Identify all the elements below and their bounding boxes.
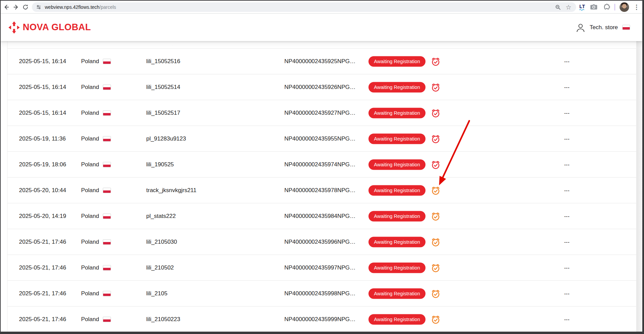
row-date: 2025-05-21, 17:46 — [19, 264, 66, 271]
browser-menu-icon[interactable]: ⋮ — [633, 3, 640, 11]
row-extra-value: --- — [564, 291, 570, 296]
timer-icon[interactable] — [431, 82, 441, 92]
status-badge: Awaiting Registration — [368, 262, 425, 273]
forward-icon[interactable] — [12, 3, 20, 11]
languagetool-extension-icon[interactable]: LT — [579, 4, 585, 11]
status-badge: Awaiting Registration — [368, 133, 425, 144]
row-parcel-name: track_jksnvkgjrs211 — [146, 187, 196, 194]
timer-icon[interactable] — [431, 237, 441, 247]
site-settings-icon[interactable] — [36, 4, 41, 10]
row-parcel-name: lili_210502 — [146, 264, 174, 271]
row-tracking-number: NP40000002435999NPG… — [284, 316, 356, 323]
row-date: 2025-05-15, 16:14 — [19, 58, 66, 65]
timer-icon[interactable] — [431, 263, 441, 273]
timer-icon[interactable] — [431, 56, 441, 67]
profile-avatar[interactable] — [620, 2, 629, 12]
row-parcel-name: lili_190525 — [146, 161, 174, 168]
row-country: Poland — [81, 110, 99, 116]
row-date: 2025-05-20, 10:44 — [19, 187, 66, 194]
table-row[interactable]: 2025-05-21, 17:46 Poland lili_210502 NP4… — [7, 255, 636, 281]
poland-flag-icon — [103, 291, 111, 296]
extensions-puzzle-icon[interactable] — [602, 3, 610, 11]
poland-flag-icon — [103, 110, 111, 116]
row-date: 2025-05-21, 17:46 — [19, 239, 66, 245]
screenshot-camera-icon[interactable] — [590, 4, 598, 11]
account-area[interactable]: Tech. store — [576, 23, 630, 32]
status-badge: Awaiting Registration — [368, 159, 425, 170]
row-date: 2025-05-15, 16:14 — [19, 84, 66, 91]
row-date: 2025-05-20, 14:19 — [19, 213, 66, 220]
status-badge: Awaiting Registration — [368, 211, 425, 221]
timer-icon[interactable] — [431, 289, 441, 299]
row-tracking-number: NP40000002435984NPG… — [284, 213, 356, 220]
row-extra-value: --- — [564, 59, 570, 64]
row-country: Poland — [81, 239, 99, 245]
status-badge: Awaiting Registration — [368, 185, 425, 196]
row-country: Poland — [81, 264, 99, 271]
scrollbar[interactable] — [637, 41, 642, 332]
row-country: Poland — [81, 135, 99, 142]
row-extra-value: --- — [564, 188, 570, 193]
row-date: 2025-05-19, 11:36 — [19, 135, 66, 142]
row-extra-value: --- — [564, 265, 570, 270]
row-extra-value: --- — [564, 110, 570, 115]
row-extra-value: --- — [564, 317, 570, 322]
nova-global-logo-icon — [8, 21, 20, 34]
brand-name: NOVA GLOBAL — [23, 22, 91, 33]
timer-icon[interactable] — [431, 134, 441, 144]
account-label: Tech. store — [590, 24, 618, 31]
toolbar-divider — [614, 4, 615, 11]
table-row[interactable]: 2025-05-15, 16:14 Poland lili_15052516 N… — [7, 49, 636, 74]
table-row[interactable]: 2025-05-21, 17:46 Poland lili_2105 NP400… — [7, 281, 636, 307]
row-tracking-number: NP40000002435955NPG… — [284, 135, 356, 142]
timer-icon[interactable] — [431, 108, 441, 118]
table-row[interactable]: 2025-05-20, 10:44 Poland track_jksnvkgjr… — [7, 178, 636, 203]
row-date: 2025-05-15, 16:14 — [19, 110, 66, 116]
row-parcel-name: pl_91283u9123 — [146, 135, 186, 142]
table-row[interactable]: 2025-05-15, 16:14 Poland lili_15052517 N… — [7, 100, 636, 126]
row-parcel-name: pl_stats222 — [146, 213, 176, 220]
timer-icon[interactable] — [431, 314, 441, 324]
row-tracking-number: NP40000002435998NPG… — [284, 290, 356, 297]
row-parcel-name: lili_21050223 — [146, 316, 180, 323]
user-icon — [576, 23, 585, 32]
row-extra-value: --- — [564, 239, 570, 244]
table-row[interactable]: 2025-05-19, 18:06 Poland lili_190525 NP4… — [7, 152, 636, 178]
url-host: webview.nps.42flows.tech — [45, 4, 99, 10]
url-bar[interactable]: webview.nps.42flows.tech/parcels ☆ — [32, 2, 576, 12]
table-row[interactable]: 2025-05-20, 14:19 Poland pl_stats222 NP4… — [7, 203, 636, 229]
row-date: 2025-05-21, 17:46 — [19, 290, 66, 297]
row-tracking-number: NP40000002435978NPG… — [284, 187, 356, 194]
row-tracking-number: NP40000002435996NPG… — [284, 239, 356, 245]
status-badge: Awaiting Registration — [368, 108, 425, 118]
poland-flag-icon — [103, 188, 111, 193]
table-row[interactable]: 2025-05-19, 11:36 Poland pl_91283u9123 N… — [7, 126, 636, 152]
poland-flag-icon — [103, 265, 111, 271]
row-tracking-number: NP40000002435997NPG… — [284, 264, 356, 271]
timer-icon[interactable] — [431, 211, 441, 221]
parcel-table: 2025-05-15, 16:14 Poland lili_15052516 N… — [7, 41, 637, 332]
reload-icon[interactable] — [22, 3, 29, 11]
table-row[interactable]: 2025-05-15, 16:14 Poland lili_15052514 N… — [7, 74, 636, 100]
back-icon[interactable] — [3, 3, 10, 11]
clipped-row — [7, 41, 636, 49]
row-date: 2025-05-21, 17:46 — [19, 316, 66, 323]
table-row[interactable]: 2025-05-21, 17:46 Poland lili_2105030 NP… — [7, 229, 636, 255]
status-badge: Awaiting Registration — [368, 237, 425, 247]
zoom-icon[interactable] — [555, 4, 561, 10]
row-country: Poland — [81, 213, 99, 220]
row-extra-value: --- — [564, 136, 570, 141]
status-badge: Awaiting Registration — [368, 56, 425, 67]
row-parcel-name: lili_2105 — [146, 290, 167, 297]
window-border-left — [0, 0, 1, 334]
bookmark-star-icon[interactable]: ☆ — [566, 4, 571, 11]
row-parcel-name: lili_15052517 — [146, 110, 180, 116]
table-row[interactable]: 2025-05-21, 17:46 Poland lili_21050223 N… — [7, 307, 636, 332]
row-parcel-name: lili_15052514 — [146, 84, 180, 91]
row-tracking-number: NP40000002435926NPG… — [284, 84, 356, 91]
row-extra-value: --- — [564, 214, 570, 219]
brand-logo[interactable]: NOVA GLOBAL — [8, 21, 91, 34]
poland-flag-icon — [103, 162, 111, 167]
timer-icon[interactable] — [431, 185, 441, 196]
timer-icon[interactable] — [431, 160, 441, 170]
